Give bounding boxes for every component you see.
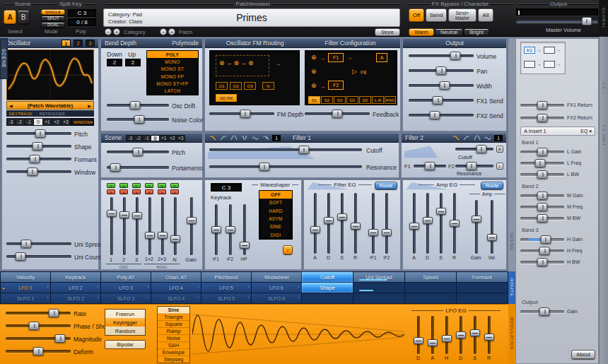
uni-count-slider[interactable] [6, 252, 71, 262]
mod-slot-empty[interactable] [301, 293, 353, 304]
slider-handle[interactable] [49, 309, 59, 317]
fx-tab-label[interactable]: FX [602, 83, 606, 90]
category-next-button[interactable]: + [113, 28, 120, 35]
bipolar-button[interactable]: Bipolar [105, 340, 146, 349]
mod-target-uni-spread[interactable]: Uni Spread [353, 271, 405, 283]
filter2-cutoff-slider[interactable] [455, 145, 493, 154]
mod-target-formant[interactable]: Formant [456, 271, 508, 283]
lfo-eg-decay-slider[interactable] [455, 316, 466, 354]
mod-source-slfo2[interactable]: SLFO 2↓ [50, 293, 101, 304]
octave-cell[interactable]: +2 [52, 118, 62, 126]
amp-eg-decay-slider[interactable] [422, 193, 433, 254]
slider-handle[interactable] [119, 211, 129, 218]
filterblock-config-s3[interactable]: S3 [334, 96, 346, 104]
octave-cell[interactable]: -2 [134, 135, 143, 141]
slider-handle[interactable] [428, 339, 438, 346]
filter-type-icon[interactable] [462, 135, 470, 141]
wavetable-name[interactable]: (Patch Wavetable) [28, 102, 73, 109]
slider-handle[interactable] [409, 223, 419, 230]
fx-slot-selector[interactable]: A Insert 1 EQ▾ [520, 127, 595, 136]
slider-handle[interactable] [537, 258, 548, 266]
slider-handle[interactable] [539, 247, 550, 255]
filter-eg-release-slider[interactable] [350, 193, 361, 254]
mod-slot-empty[interactable] [353, 293, 405, 304]
patch-browser[interactable]: Category: Pad Creator: Claes Primes [103, 8, 400, 27]
slider-handle[interactable] [107, 210, 117, 217]
mute-button[interactable]: m [107, 183, 115, 188]
lfo-eg-sustain-slider[interactable] [469, 316, 480, 354]
mod-slot-empty[interactable] [353, 282, 405, 293]
filter2-resonance-link-button[interactable]: R [496, 146, 503, 153]
lfo-shape-envelope[interactable]: Envelope [158, 349, 189, 356]
filter1-resonance-slider[interactable] [209, 163, 362, 172]
mode-split-button[interactable]: SPLIT [41, 16, 65, 21]
slider-handle[interactable] [55, 334, 66, 343]
octave-cell[interactable]: -1 [25, 118, 34, 126]
eq-m-gain-slider[interactable] [520, 192, 564, 201]
filter-type-icon[interactable] [484, 135, 491, 141]
filter-eg-f2-depth-slider[interactable] [381, 193, 392, 254]
velocity-sens-slider[interactable] [486, 200, 497, 254]
slider-handle[interactable] [130, 101, 141, 110]
filter-eg-attack-slider[interactable] [310, 193, 320, 254]
master-volume-slider[interactable] [516, 17, 598, 26]
slider-handle[interactable] [187, 217, 197, 224]
filter-type-icon[interactable] [230, 135, 238, 141]
amp-eg-route-button[interactable]: Route [481, 182, 503, 189]
patch-prev-button[interactable]: − [160, 28, 167, 35]
keytrack-toggle[interactable]: KEYTRACK [9, 112, 33, 116]
slider-handle[interactable] [436, 66, 447, 75]
slider-handle[interactable] [298, 146, 309, 154]
mod-source-lfo6[interactable]: LFO 6↓ [251, 282, 302, 293]
polymode-latch[interactable]: LATCH [147, 88, 198, 95]
slider-handle[interactable] [466, 162, 477, 170]
fx2-return-slider[interactable] [520, 114, 564, 123]
slider-handle[interactable] [534, 159, 545, 168]
fx-bypass-all-button[interactable]: All [478, 8, 493, 22]
scene-b-button[interactable]: B [17, 10, 30, 24]
osc-drift-slider[interactable] [107, 101, 169, 110]
character-warm-button[interactable]: Warm [409, 28, 434, 36]
mixer-ring23-slider[interactable] [157, 197, 168, 255]
poly-count-value[interactable]: 0 / 8 [68, 18, 96, 26]
fx2-send-slider[interactable] [409, 111, 474, 120]
lfo-phase-slider[interactable] [6, 322, 71, 331]
filter-balance-slider[interactable] [414, 162, 446, 171]
slider-handle[interactable] [240, 242, 250, 249]
lfo-shape-noise[interactable]: Noise [158, 335, 189, 342]
mod-source-modwheel[interactable]: Modwheel [251, 271, 302, 283]
mod-source-velocity[interactable]: Velocity [0, 271, 51, 283]
mod-source-lfo2[interactable]: LFO 2↓ [50, 282, 101, 293]
waveshaper-off[interactable]: OFF [259, 191, 292, 199]
eq-l-gain-slider[interactable] [520, 148, 564, 157]
highpass-slider[interactable] [239, 204, 250, 255]
lfo-shape-sine[interactable]: Sine [158, 307, 189, 314]
mixer-osc2-slider[interactable] [119, 197, 129, 255]
fm-node-o1[interactable]: O1 [216, 82, 228, 90]
fx-bypass-send-button[interactable]: Send [426, 8, 447, 22]
portamento-slider[interactable] [107, 163, 169, 172]
slider-handle[interactable] [472, 216, 481, 223]
eq-h-freq-slider[interactable] [520, 247, 564, 256]
mod-source-slfo1[interactable]: SLFO 1↓ [0, 293, 51, 304]
mod-source-slfo6[interactable]: SLFO 6↓ [251, 293, 302, 304]
noise-color-slider[interactable] [107, 115, 169, 124]
split-key-value[interactable]: C 3 [68, 9, 96, 17]
amp-eg-attack-slider[interactable] [409, 193, 419, 254]
filter2-resonance-slider[interactable] [455, 162, 493, 171]
mod-slot-empty[interactable] [404, 293, 457, 304]
fx-slot-node[interactable] [544, 61, 555, 68]
slider-handle[interactable] [537, 170, 548, 179]
slider-handle[interactable] [30, 155, 40, 163]
mute-button[interactable]: m [132, 183, 141, 188]
slider-handle[interactable] [368, 229, 378, 236]
polymode-mono-fp[interactable]: MONO FP [147, 73, 198, 80]
slider-handle[interactable] [35, 129, 45, 138]
slider-handle[interactable] [436, 208, 446, 215]
eq-node[interactable]: EQ [524, 47, 535, 54]
retrigger-toggle[interactable]: RETRIGGER [40, 112, 65, 116]
eq-l-bw-slider[interactable] [520, 170, 564, 180]
pan-slider[interactable] [409, 66, 474, 76]
uni-spread-slider[interactable] [6, 240, 71, 249]
fx-slot-node[interactable] [524, 61, 535, 68]
